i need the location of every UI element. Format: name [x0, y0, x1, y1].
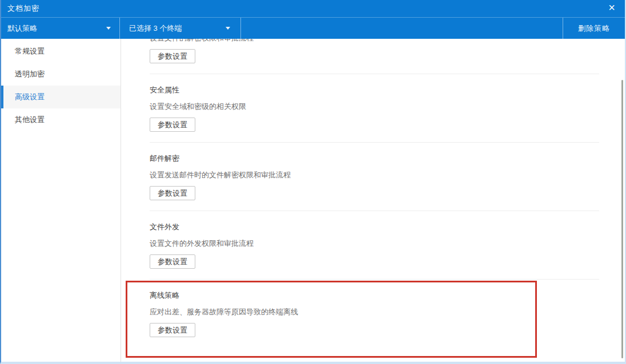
policy-dropdown[interactable]: 默认策略 — [1, 18, 120, 39]
settings-panel: 设置文件的解密权限和审批流程 参数设置 安全属性 设置安全域和密级的相关权限 参… — [121, 39, 625, 362]
chevron-down-icon — [106, 27, 111, 30]
section-description: 设置安全域和密级的相关权限 — [150, 103, 599, 111]
terminal-dropdown[interactable]: 已选择 3 个终端 — [120, 18, 241, 39]
param-settings-button[interactable]: 参数设置 — [150, 323, 195, 337]
section-description: 设置文件的解密权限和审批流程 — [150, 39, 599, 42]
sidebar-item-advanced[interactable]: 高级设置 — [1, 86, 121, 108]
section-description: 设置发送邮件时的文件解密权限和审批流程 — [150, 171, 599, 179]
section-clipped-top: 设置文件的解密权限和审批流程 参数设置 — [150, 39, 599, 74]
section-file-outgoing: 文件外发 设置文件的外发权限和审批流程 参数设置 — [150, 211, 599, 280]
section-description: 应对出差、服务器故障等原因导致的终端离线 — [150, 308, 599, 316]
sidebar-item-other[interactable]: 其他设置 — [1, 108, 121, 131]
dialog-body: 常规设置 透明加密 高级设置 其他设置 设置文件的解密权限和审批流程 参数设置 … — [1, 39, 625, 362]
toolbar-spacer — [241, 18, 563, 39]
vertical-scrollbar[interactable] — [621, 80, 623, 358]
section-security-attributes: 安全属性 设置安全域和密级的相关权限 参数设置 — [150, 74, 599, 143]
section-title: 文件外发 — [150, 223, 599, 231]
delete-policy-button[interactable]: 删除策略 — [563, 18, 625, 39]
section-mail-decryption: 邮件解密 设置发送邮件时的文件解密权限和审批流程 参数设置 — [150, 143, 599, 211]
document-encryption-dialog: 文档加密 × 默认策略 已选择 3 个终端 删除策略 常规设置 透明加密 高级设… — [0, 0, 626, 364]
param-settings-button[interactable]: 参数设置 — [150, 254, 195, 269]
section-offline-policy: 离线策略 应对出差、服务器故障等原因导致的终端离线 参数设置 — [150, 280, 599, 347]
param-settings-button[interactable]: 参数设置 — [150, 49, 195, 63]
sidebar-item-transparent-encryption[interactable]: 透明加密 — [1, 63, 121, 86]
terminal-dropdown-value: 已选择 3 个终端 — [129, 23, 182, 34]
param-settings-button[interactable]: 参数设置 — [150, 118, 195, 132]
section-description: 设置文件的外发权限和审批流程 — [150, 240, 599, 248]
section-title: 离线策略 — [150, 292, 599, 300]
section-title: 安全属性 — [150, 86, 599, 94]
sidebar-item-general[interactable]: 常规设置 — [1, 40, 121, 63]
chevron-down-icon — [226, 27, 230, 30]
param-settings-button[interactable]: 参数设置 — [150, 186, 195, 200]
section-title: 邮件解密 — [150, 155, 599, 163]
policy-dropdown-value: 默认策略 — [7, 23, 37, 34]
sidebar: 常规设置 透明加密 高级设置 其他设置 — [1, 39, 121, 362]
dialog-title: 文档加密 — [7, 3, 39, 14]
close-icon[interactable]: × — [604, 2, 619, 15]
toolbar: 默认策略 已选择 3 个终端 删除策略 — [1, 17, 625, 39]
titlebar: 文档加密 × — [1, 0, 625, 17]
